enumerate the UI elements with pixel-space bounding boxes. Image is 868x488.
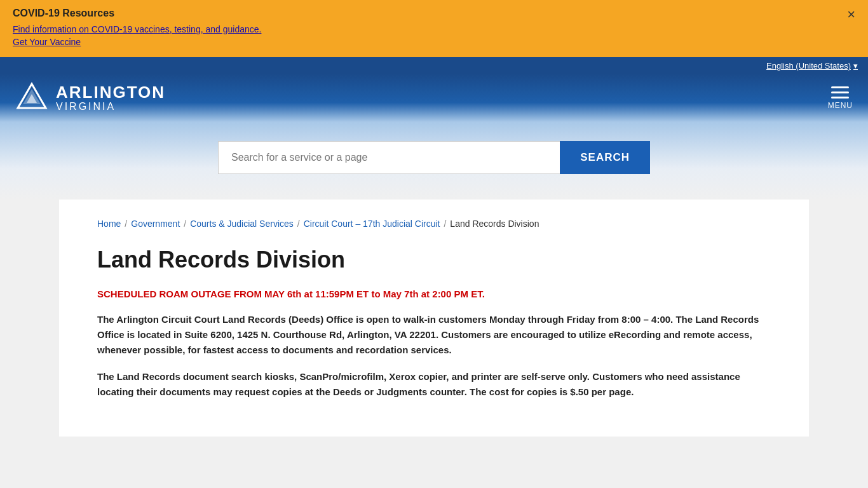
covid-link-vaccine[interactable]: Get Your Vaccine xyxy=(13,37,855,47)
logo-text: ARLINGTON VIRGINIA xyxy=(56,83,165,113)
logo-area: ARLINGTON VIRGINIA xyxy=(15,81,165,114)
breadcrumb-current: Land Records Division xyxy=(450,219,539,229)
language-selector[interactable]: English (United States) ▾ xyxy=(766,61,858,71)
breadcrumb-circuit-court[interactable]: Circuit Court – 17th Judicial Circuit xyxy=(304,219,440,229)
breadcrumb-government[interactable]: Government xyxy=(131,219,180,229)
alert-notice: SCHEDULED ROAM OUTAGE FROM MAY 6th at 11… xyxy=(97,288,771,299)
covid-link-vaccines[interactable]: Find information on COVID-19 vaccines, t… xyxy=(13,24,855,34)
main-content: Home / Government / Courts & Judicial Se… xyxy=(59,200,809,437)
menu-label: MENU xyxy=(828,101,853,110)
search-input[interactable] xyxy=(218,141,560,174)
breadcrumb-sep-1: / xyxy=(125,219,127,229)
search-bar: SEARCH xyxy=(218,141,650,174)
search-button[interactable]: SEARCH xyxy=(560,141,650,174)
breadcrumb-home[interactable]: Home xyxy=(97,219,121,229)
site-header: ARLINGTON VIRGINIA MENU xyxy=(0,74,868,122)
dropdown-icon: ▾ xyxy=(853,61,858,71)
arlington-logo-icon xyxy=(15,81,48,114)
hamburger-icon xyxy=(831,86,849,98)
breadcrumb-sep-4: / xyxy=(444,219,446,229)
breadcrumb-sep-2: / xyxy=(184,219,186,229)
covid-close-button[interactable]: × xyxy=(847,8,855,22)
breadcrumb-courts[interactable]: Courts & Judicial Services xyxy=(190,219,294,229)
covid-banner-title: COVID-19 Resources xyxy=(13,8,855,19)
logo-name: ARLINGTON xyxy=(56,83,165,102)
body-paragraph-1: The Arlington Circuit Court Land Records… xyxy=(97,312,771,358)
search-section: SEARCH xyxy=(0,122,868,200)
menu-button[interactable]: MENU xyxy=(828,86,853,110)
language-label: English (United States) xyxy=(766,61,851,71)
breadcrumb: Home / Government / Courts & Judicial Se… xyxy=(97,219,771,229)
page-title: Land Records Division xyxy=(97,247,771,273)
language-bar: English (United States) ▾ xyxy=(0,57,868,74)
logo-sub: VIRGINIA xyxy=(56,101,165,112)
breadcrumb-sep-3: / xyxy=(297,219,300,229)
body-paragraph-2: The Land Records document search kiosks,… xyxy=(97,369,771,400)
covid-banner: COVID-19 Resources Find information on C… xyxy=(0,0,868,57)
